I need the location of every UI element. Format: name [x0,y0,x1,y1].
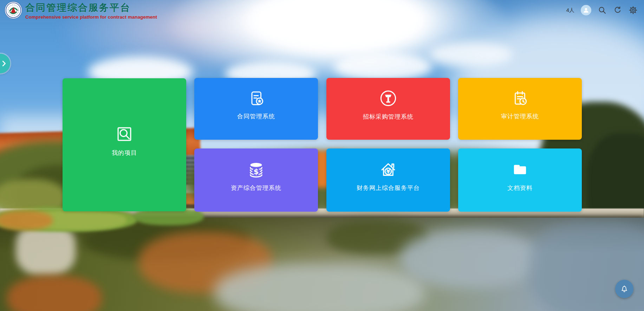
tile-label: 文档资料 [507,184,533,192]
tile-financial-platform[interactable]: ¥ 财务网上综合服务平台 [326,148,450,212]
tile-asset-management[interactable]: $ 资产综合管理系统 [194,148,318,212]
app-window: 合同管理综合服务平台 Comprehensive service platfor… [0,0,644,311]
refresh-icon[interactable] [613,6,622,15]
bg-water-reflection [529,223,644,311]
tile-label: 招标采购管理系统 [363,113,414,121]
chevron-right-icon [0,60,8,67]
seal-icon [6,2,21,18]
tile-my-projects[interactable]: 我的项目 [63,78,186,211]
folder-icon [511,161,529,178]
bell-icon [620,284,629,293]
clipboard-clock-icon [512,90,528,107]
user-avatar[interactable] [581,5,591,15]
bg-water-reflection [7,276,102,311]
tile-label: 财务网上综合服务平台 [357,184,420,192]
bg-cloud [334,53,432,81]
tile-label: 审计管理系统 [501,112,539,120]
tile-audit-management[interactable]: 审计管理系统 [458,78,582,140]
app-title-block: 合同管理综合服务平台 Comprehensive service platfor… [25,1,157,20]
header-actions: 4人 [566,5,638,15]
document-star-icon [248,90,265,107]
page-title: 合同管理综合服务平台 [25,1,157,14]
person-icon [583,7,590,14]
page-subtitle: Comprehensive service platform for contr… [25,14,157,20]
tile-label: 我的项目 [112,149,137,157]
gavel-circle-icon [379,90,397,107]
tile-label: 资产综合管理系统 [231,184,281,192]
house-yuan-icon: ¥ [379,161,397,178]
header: 合同管理综合服务平台 Comprehensive service platfor… [0,0,644,21]
coin-stack-icon: $ [247,161,265,178]
tile-label: 合同管理系统 [237,112,275,120]
svg-text:$: $ [254,167,259,176]
online-count-badge: 4人 [566,7,574,14]
settings-gear-icon[interactable] [629,6,638,15]
tile-documents[interactable]: 文档资料 [458,148,582,212]
search-icon[interactable] [598,6,607,15]
svg-text:¥: ¥ [386,168,390,175]
notification-bell-button[interactable] [615,280,633,298]
bg-lily-pads [0,211,53,230]
search-project-icon [115,125,134,143]
tile-bidding-procurement[interactable]: 招标采购管理系统 [326,78,450,140]
bg-water-reflection [214,263,425,311]
university-seal-logo [5,2,22,19]
tile-contract-management[interactable]: 合同管理系统 [194,78,318,140]
bg-water-reflection [401,230,538,288]
